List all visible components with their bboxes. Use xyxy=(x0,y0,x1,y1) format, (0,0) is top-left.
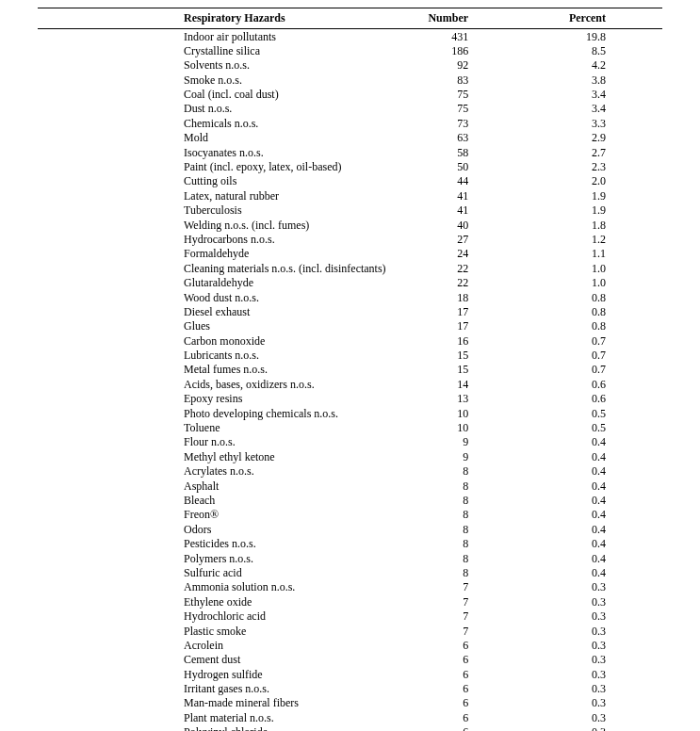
table-row: Asphalt80.4 xyxy=(38,479,662,493)
cell-percent: 2.3 xyxy=(525,160,662,174)
cell-hazard: Tuberculosis xyxy=(38,203,400,218)
cell-hazard: Sulfuric acid xyxy=(38,565,400,579)
cell-number: 8 xyxy=(400,537,526,551)
cell-percent: 0.3 xyxy=(525,710,662,724)
table-row: Wood dust n.o.s.180.8 xyxy=(38,290,662,304)
table-row: Chemicals n.o.s.733.3 xyxy=(38,116,662,130)
cell-hazard: Photo developing chemicals n.o.s. xyxy=(38,406,400,420)
cell-number: 15 xyxy=(400,349,526,363)
cell-percent: 19.8 xyxy=(525,29,662,44)
table-row: Cement dust60.3 xyxy=(38,653,662,667)
table-row: Acids, bases, oxidizers n.o.s.140.6 xyxy=(38,377,662,391)
table-row: Diesel exhaust170.8 xyxy=(38,304,662,318)
cell-number: 17 xyxy=(400,319,526,333)
cell-hazard: Mold xyxy=(38,131,400,145)
cell-percent: 0.3 xyxy=(525,667,662,681)
cell-number: 186 xyxy=(400,43,526,57)
cell-percent: 0.5 xyxy=(525,406,662,420)
cell-hazard: Man-made mineral fibers xyxy=(38,696,400,710)
cell-percent: 2.9 xyxy=(525,131,662,145)
cell-percent: 3.8 xyxy=(525,73,662,87)
cell-number: 6 xyxy=(400,725,526,731)
cell-number: 8 xyxy=(400,565,526,579)
cell-percent: 3.4 xyxy=(525,102,662,116)
cell-percent: 0.4 xyxy=(525,565,662,579)
table-row: Polyvinyl chloride60.3 xyxy=(38,725,662,731)
cell-percent: 0.3 xyxy=(525,580,662,594)
cell-hazard: Methyl ethyl ketone xyxy=(38,449,400,463)
cell-percent: 0.7 xyxy=(525,333,662,348)
cell-number: 6 xyxy=(400,682,526,696)
cell-number: 7 xyxy=(400,580,526,594)
cell-number: 8 xyxy=(400,494,526,508)
header-row: Respiratory Hazards Number Percent xyxy=(38,8,662,29)
cell-percent: 0.8 xyxy=(525,304,662,318)
table-row: Methyl ethyl ketone90.4 xyxy=(38,449,662,463)
cell-number: 6 xyxy=(400,667,526,681)
cell-hazard: Smoke n.o.s. xyxy=(38,73,400,87)
cell-percent: 1.8 xyxy=(525,218,662,232)
table-row: Indoor air pollutants43119.8 xyxy=(38,29,662,44)
cell-hazard: Hydrochloric acid xyxy=(38,609,400,624)
table-row: Dust n.o.s.753.4 xyxy=(38,102,662,116)
cell-percent: 0.4 xyxy=(525,551,662,565)
table-container: Respiratory Hazards Number Percent Indoo… xyxy=(0,0,700,731)
table-row: Ammonia solution n.o.s.70.3 xyxy=(38,580,662,594)
cell-hazard: Flour n.o.s. xyxy=(38,435,400,449)
table-row: Metal fumes n.o.s.150.7 xyxy=(38,363,662,377)
cell-percent: 0.7 xyxy=(525,363,662,377)
table-row: Hydrocarbons n.o.s.271.2 xyxy=(38,232,662,246)
cell-percent: 0.6 xyxy=(525,377,662,391)
cell-hazard: Acrolein xyxy=(38,638,400,652)
table-row: Bleach80.4 xyxy=(38,494,662,508)
cell-hazard: Irritant gases n.o.s. xyxy=(38,682,400,696)
table-row: Lubricants n.o.s.150.7 xyxy=(38,349,662,363)
cell-number: 8 xyxy=(400,551,526,565)
cell-hazard: Chemicals n.o.s. xyxy=(38,116,400,130)
cell-number: 8 xyxy=(400,464,526,479)
cell-hazard: Dust n.o.s. xyxy=(38,102,400,116)
cell-percent: 1.0 xyxy=(525,276,662,290)
table-row: Hydrochloric acid70.3 xyxy=(38,609,662,624)
cell-number: 9 xyxy=(400,449,526,463)
cell-number: 92 xyxy=(400,58,526,73)
table-row: Odors80.4 xyxy=(38,522,662,536)
cell-number: 10 xyxy=(400,406,526,420)
cell-number: 22 xyxy=(400,276,526,290)
table-row: Mold632.9 xyxy=(38,131,662,145)
cell-number: 6 xyxy=(400,710,526,724)
cell-number: 6 xyxy=(400,696,526,710)
cell-percent: 0.3 xyxy=(525,638,662,652)
cell-number: 18 xyxy=(400,290,526,304)
cell-number: 40 xyxy=(400,218,526,232)
cell-number: 8 xyxy=(400,508,526,522)
cell-number: 15 xyxy=(400,363,526,377)
cell-hazard: Hydrocarbons n.o.s. xyxy=(38,232,400,246)
cell-hazard: Formaldehyde xyxy=(38,247,400,261)
cell-percent: 1.2 xyxy=(525,232,662,246)
cell-percent: 3.4 xyxy=(525,88,662,102)
table-row: Cleaning materials n.o.s. (incl. disinfe… xyxy=(38,261,662,275)
table-row: Irritant gases n.o.s.60.3 xyxy=(38,682,662,696)
cell-hazard: Cleaning materials n.o.s. (incl. disinfe… xyxy=(38,261,400,275)
cell-number: 24 xyxy=(400,247,526,261)
cell-hazard: Asphalt xyxy=(38,479,400,493)
table-row: Acrolein60.3 xyxy=(38,638,662,652)
cell-hazard: Lubricants n.o.s. xyxy=(38,349,400,363)
cell-percent: 0.3 xyxy=(525,725,662,731)
cell-percent: 1.0 xyxy=(525,261,662,275)
cell-number: 7 xyxy=(400,594,526,609)
table-row: Glutaraldehyde221.0 xyxy=(38,276,662,290)
cell-percent: 0.6 xyxy=(525,392,662,406)
cell-percent: 0.4 xyxy=(525,479,662,493)
cell-number: 8 xyxy=(400,479,526,493)
cell-hazard: Pesticides n.o.s. xyxy=(38,537,400,551)
cell-hazard: Ethylene oxide xyxy=(38,594,400,609)
cell-percent: 0.4 xyxy=(525,435,662,449)
cell-number: 7 xyxy=(400,609,526,624)
cell-hazard: Acids, bases, oxidizers n.o.s. xyxy=(38,377,400,391)
cell-hazard: Bleach xyxy=(38,494,400,508)
cell-number: 431 xyxy=(400,29,526,44)
cell-hazard: Cement dust xyxy=(38,653,400,667)
table-row: Epoxy resins130.6 xyxy=(38,392,662,406)
